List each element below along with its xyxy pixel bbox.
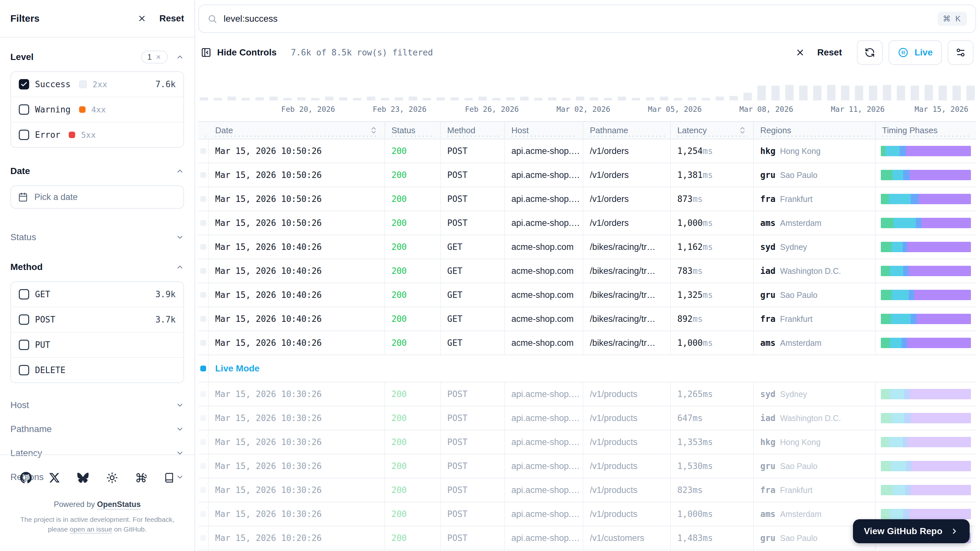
github-icon[interactable] bbox=[20, 472, 32, 484]
cell-path[interactable]: /bikes/racing/tr… bbox=[583, 283, 671, 307]
histogram-bar[interactable] bbox=[604, 98, 612, 100]
hide-controls-button[interactable]: Hide Controls bbox=[201, 47, 277, 58]
cell-latency[interactable]: 1,000ms bbox=[671, 331, 754, 355]
cell-path[interactable]: /v1/products bbox=[583, 430, 671, 454]
histogram-bar[interactable] bbox=[450, 97, 459, 100]
cell-path[interactable]: /v1/products bbox=[583, 382, 671, 406]
row-select-cell[interactable] bbox=[198, 187, 209, 211]
cell-timing-phases[interactable] bbox=[876, 406, 976, 430]
cell-regions[interactable]: fraFrankfurt bbox=[754, 307, 876, 331]
row-checkbox[interactable] bbox=[200, 268, 206, 274]
row-select-cell[interactable] bbox=[198, 163, 209, 187]
histogram-bar[interactable] bbox=[646, 97, 654, 100]
histogram-bar[interactable] bbox=[632, 98, 640, 100]
table-row[interactable]: Mar 15, 2026 10:50:26200POSTapi.acme-sho… bbox=[198, 187, 976, 211]
row-select-cell[interactable] bbox=[198, 526, 209, 550]
cell-regions[interactable]: sydSydney bbox=[754, 235, 876, 259]
search-input-value[interactable]: level:success bbox=[224, 14, 278, 24]
column-header-Date[interactable]: Date bbox=[209, 122, 385, 139]
cell-host[interactable]: api.acme-shop.… bbox=[505, 163, 583, 187]
table-row[interactable]: Mar 15, 2026 10:40:26200GETacme-shop.com… bbox=[198, 307, 976, 331]
histogram-bar[interactable] bbox=[757, 86, 766, 100]
cell-status[interactable]: 200 bbox=[385, 526, 441, 550]
histogram-bar[interactable] bbox=[283, 98, 292, 100]
row-select-cell[interactable] bbox=[198, 259, 209, 283]
cell-timing-phases[interactable] bbox=[876, 478, 976, 502]
method-option-row[interactable]: DELETE bbox=[11, 358, 183, 382]
cell-regions[interactable]: amsAmsterdam bbox=[754, 331, 876, 355]
cell-regions[interactable]: iadWashington D.C. bbox=[754, 406, 876, 430]
histogram-bar[interactable] bbox=[813, 86, 821, 100]
method-option-row[interactable]: PUT bbox=[11, 333, 183, 358]
book-icon[interactable] bbox=[164, 472, 174, 484]
cell-method[interactable]: POST bbox=[441, 478, 505, 502]
histogram-bar[interactable] bbox=[799, 86, 808, 100]
cell-method[interactable]: GET bbox=[441, 235, 505, 259]
cell-regions[interactable]: fraFrankfurt bbox=[754, 478, 876, 502]
search-bar[interactable]: level:success ⌘ K bbox=[198, 5, 976, 33]
cell-status[interactable]: 200 bbox=[385, 139, 441, 163]
cell-latency[interactable]: 783ms bbox=[671, 259, 754, 283]
histogram-bar[interactable] bbox=[855, 86, 863, 100]
histogram-bar[interactable] bbox=[353, 98, 361, 100]
status-section-header[interactable]: Status bbox=[10, 229, 184, 245]
histogram-bar[interactable] bbox=[367, 97, 375, 100]
histogram-bar[interactable] bbox=[269, 97, 278, 100]
histogram-bar[interactable] bbox=[548, 97, 557, 100]
histogram-bar[interactable] bbox=[534, 98, 542, 100]
view-settings-button[interactable] bbox=[948, 40, 974, 65]
chevron-down-icon[interactable] bbox=[176, 233, 184, 242]
checkbox[interactable] bbox=[19, 365, 29, 375]
cell-timing-phases[interactable] bbox=[876, 331, 976, 355]
row-checkbox[interactable] bbox=[200, 415, 206, 421]
row-checkbox[interactable] bbox=[200, 244, 206, 250]
histogram-bar[interactable] bbox=[520, 97, 528, 100]
level-option-row[interactable]: Success2xx7.6k bbox=[11, 72, 183, 97]
chevron-up-icon[interactable] bbox=[176, 167, 184, 175]
table-row[interactable]: Mar 15, 2026 10:30:26200POSTapi.acme-sho… bbox=[198, 430, 976, 454]
sidebar-section-host[interactable]: Host bbox=[10, 393, 184, 417]
sort-chevrons-icon[interactable] bbox=[738, 126, 747, 134]
histogram-bar[interactable] bbox=[213, 98, 222, 100]
cell-method[interactable]: POST bbox=[441, 163, 505, 187]
table-row[interactable]: Mar 15, 2026 10:30:26200POSTapi.acme-sho… bbox=[198, 406, 976, 430]
histogram-bar[interactable] bbox=[395, 97, 403, 100]
histogram-bar[interactable] bbox=[924, 85, 933, 100]
histogram-bar[interactable] bbox=[841, 86, 850, 100]
cell-date[interactable]: Mar 15, 2026 10:50:26 bbox=[209, 187, 385, 211]
cell-status[interactable]: 200 bbox=[385, 502, 441, 526]
cell-method[interactable]: GET bbox=[441, 331, 505, 355]
histogram-bar[interactable] bbox=[562, 98, 570, 100]
cell-latency[interactable]: 1,530ms bbox=[671, 454, 754, 478]
clear-filters-icon[interactable] bbox=[795, 48, 805, 57]
histogram-bar[interactable] bbox=[716, 97, 724, 100]
histogram-bar[interactable] bbox=[897, 86, 905, 100]
row-select-cell[interactable] bbox=[198, 235, 209, 259]
cell-host[interactable]: api.acme-shop.… bbox=[505, 454, 583, 478]
cell-status[interactable]: 200 bbox=[385, 331, 441, 355]
refresh-button[interactable] bbox=[857, 40, 883, 65]
cell-date[interactable]: Mar 15, 2026 10:30:26 bbox=[209, 406, 385, 430]
row-select-cell[interactable] bbox=[198, 307, 209, 331]
cell-timing-phases[interactable] bbox=[876, 454, 976, 478]
cell-timing-phases[interactable] bbox=[876, 139, 976, 163]
histogram-bar[interactable] bbox=[869, 86, 877, 100]
cell-method[interactable]: POST bbox=[441, 382, 505, 406]
histogram-bar[interactable] bbox=[743, 93, 752, 100]
histogram-bar[interactable] bbox=[702, 98, 710, 100]
table-row[interactable]: Mar 15, 2026 10:40:26200GETacme-shop.com… bbox=[198, 331, 976, 355]
cell-latency[interactable]: 1,265ms bbox=[671, 382, 754, 406]
histogram-bar[interactable] bbox=[576, 97, 584, 100]
cell-latency[interactable]: 1,000ms bbox=[671, 211, 754, 235]
openstatus-link[interactable]: OpenStatus bbox=[97, 500, 141, 508]
cell-date[interactable]: Mar 15, 2026 10:40:26 bbox=[209, 283, 385, 307]
table-row[interactable]: Mar 15, 2026 10:30:26200POSTapi.acme-sho… bbox=[198, 454, 976, 478]
cell-host[interactable]: api.acme-shop.… bbox=[505, 406, 583, 430]
cell-method[interactable]: POST bbox=[441, 139, 505, 163]
row-select-cell[interactable] bbox=[198, 211, 209, 235]
histogram-bar[interactable] bbox=[590, 97, 598, 100]
table-row[interactable]: Mar 15, 2026 10:30:26200POSTapi.acme-sho… bbox=[198, 478, 976, 502]
cell-method[interactable]: GET bbox=[441, 259, 505, 283]
cell-host[interactable]: acme-shop.com bbox=[505, 283, 583, 307]
histogram-bar[interactable] bbox=[255, 97, 264, 100]
